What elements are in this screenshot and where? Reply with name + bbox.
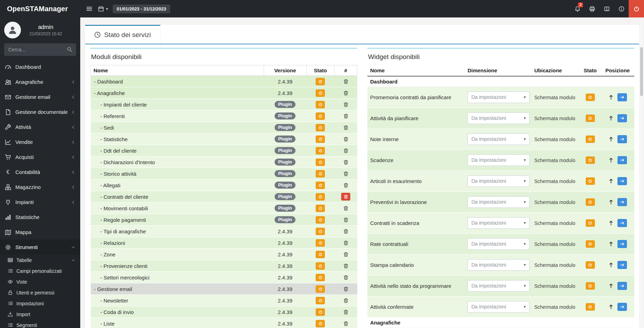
sidebar-item-mappa[interactable]: Mappa (0, 225, 80, 240)
sidebar-item-segmenti[interactable]: Segmenti (0, 320, 80, 328)
dimension-select[interactable]: Da impostazioni ▾ (467, 154, 530, 166)
sidebar-item-strumenti[interactable]: Strumenti (0, 240, 80, 255)
dimension-select[interactable]: Da impostazioni ▾ (467, 280, 530, 292)
logout-button[interactable] (629, 0, 644, 17)
module-delete-button[interactable] (341, 204, 350, 212)
module-toggle-button[interactable] (316, 78, 325, 85)
module-delete-button[interactable] (341, 158, 350, 166)
widget-toggle-button[interactable] (586, 177, 595, 185)
move-up-button[interactable] (608, 137, 614, 142)
calendar-button[interactable] (97, 5, 104, 12)
module-toggle-button[interactable] (316, 205, 325, 212)
sidebar-item-impostazioni[interactable]: Impostazioni (0, 298, 80, 309)
module-toggle-button[interactable] (316, 147, 325, 154)
module-delete-button[interactable] (341, 297, 350, 304)
sidebar-item-attivita[interactable]: Attività (0, 119, 80, 134)
open-widget-button[interactable] (617, 240, 627, 248)
open-widget-button[interactable] (617, 93, 627, 101)
module-delete-button[interactable] (341, 250, 350, 258)
module-toggle-button[interactable] (316, 228, 325, 235)
sidebar-item-tabelle[interactable]: Tabelle (0, 255, 80, 265)
widget-toggle-button[interactable] (586, 282, 595, 290)
dimension-select[interactable]: Da impostazioni ▾ (467, 175, 530, 187)
module-delete-button[interactable] (341, 239, 350, 247)
app-logo[interactable]: OpenSTAManager (0, 0, 80, 17)
scrollbar[interactable] (640, 17, 643, 328)
widget-toggle-button[interactable] (586, 303, 595, 311)
open-widget-button[interactable] (617, 156, 627, 164)
module-toggle-button[interactable] (316, 101, 325, 108)
print-button[interactable] (585, 0, 599, 17)
module-delete-button[interactable] (341, 285, 350, 293)
dimension-select[interactable]: Da impostazioni ▾ (467, 301, 530, 313)
move-up-button[interactable] (608, 178, 614, 184)
module-toggle-button[interactable] (316, 320, 325, 327)
info-button[interactable] (614, 0, 629, 17)
module-delete-button[interactable] (341, 216, 350, 224)
module-delete-button[interactable] (341, 170, 350, 177)
sidebar-item-dashboard[interactable]: Dashboard (0, 59, 80, 74)
module-toggle-button[interactable] (316, 216, 325, 224)
sidebar-item-vendite[interactable]: Vendite (0, 134, 80, 150)
module-toggle-button[interactable] (316, 182, 325, 189)
move-up-button[interactable] (608, 95, 614, 100)
module-delete-button[interactable] (341, 227, 350, 235)
module-delete-button[interactable] (341, 135, 350, 143)
module-toggle-button[interactable] (316, 262, 325, 270)
sidebar-item-contabilita[interactable]: € Contabilità (0, 165, 80, 180)
widget-toggle-button[interactable] (586, 240, 595, 248)
open-widget-button[interactable] (617, 261, 627, 269)
module-delete-button[interactable] (341, 274, 350, 281)
module-toggle-button[interactable] (316, 136, 325, 143)
module-toggle-button[interactable] (316, 308, 325, 316)
move-up-button[interactable] (608, 199, 614, 205)
move-up-button[interactable] (608, 283, 614, 289)
open-widget-button[interactable] (617, 303, 627, 311)
widget-toggle-button[interactable] (586, 261, 595, 269)
module-toggle-button[interactable] (316, 274, 325, 281)
module-delete-button[interactable] (341, 308, 350, 316)
sidebar-item-acquisti[interactable]: Acquisti (0, 150, 80, 165)
search-input[interactable] (4, 43, 76, 56)
widget-toggle-button[interactable] (586, 219, 595, 227)
module-delete-button[interactable] (341, 262, 350, 270)
sidebar-item-anagrafiche[interactable]: Anagrafiche (0, 74, 80, 89)
module-delete-button[interactable] (341, 78, 350, 85)
module-toggle-button[interactable] (316, 159, 325, 166)
module-toggle-button[interactable] (316, 251, 325, 258)
module-toggle-button[interactable] (316, 112, 325, 120)
dimension-select[interactable]: Da impostazioni ▾ (467, 112, 530, 124)
sidebar-item-statistiche[interactable]: Statistiche (0, 210, 80, 225)
module-delete-button[interactable] (341, 193, 350, 201)
widget-toggle-button[interactable] (586, 156, 595, 164)
open-widget-button[interactable] (617, 282, 627, 290)
module-delete-button[interactable] (341, 320, 350, 327)
module-toggle-button[interactable] (316, 170, 325, 177)
module-delete-button[interactable] (341, 181, 350, 189)
open-widget-button[interactable] (617, 135, 627, 143)
move-up-button[interactable] (608, 304, 614, 309)
open-widget-button[interactable] (617, 219, 627, 227)
module-delete-button[interactable] (341, 101, 350, 108)
dimension-select[interactable]: Da impostazioni ▾ (467, 259, 530, 271)
dimension-select[interactable]: Da impostazioni ▾ (467, 196, 530, 208)
move-up-button[interactable] (608, 220, 614, 226)
move-up-button[interactable] (608, 262, 614, 268)
move-up-button[interactable] (608, 241, 614, 247)
open-widget-button[interactable] (617, 198, 627, 206)
sidebar-item-gestione-email[interactable]: Gestione email (0, 89, 80, 104)
widget-toggle-button[interactable] (586, 136, 595, 143)
sidebar-item-gestione-documentale[interactable]: Gestione documentale (0, 104, 80, 119)
module-toggle-button[interactable] (316, 285, 325, 293)
dimension-select[interactable]: Da impostazioni ▾ (467, 133, 530, 145)
module-delete-button[interactable] (341, 147, 350, 154)
module-delete-button[interactable] (341, 112, 350, 120)
module-delete-button[interactable] (341, 89, 350, 97)
module-toggle-button[interactable] (316, 239, 325, 247)
module-toggle-button[interactable] (316, 124, 325, 131)
widget-toggle-button[interactable] (586, 115, 595, 122)
sidebar-item-campi-personalizzati[interactable]: Campi personalizzati (0, 265, 80, 276)
move-up-button[interactable] (608, 158, 614, 163)
sidebar-item-magazzino[interactable]: Magazzino (0, 180, 80, 195)
sidebar-item-import[interactable]: Import (0, 309, 80, 320)
